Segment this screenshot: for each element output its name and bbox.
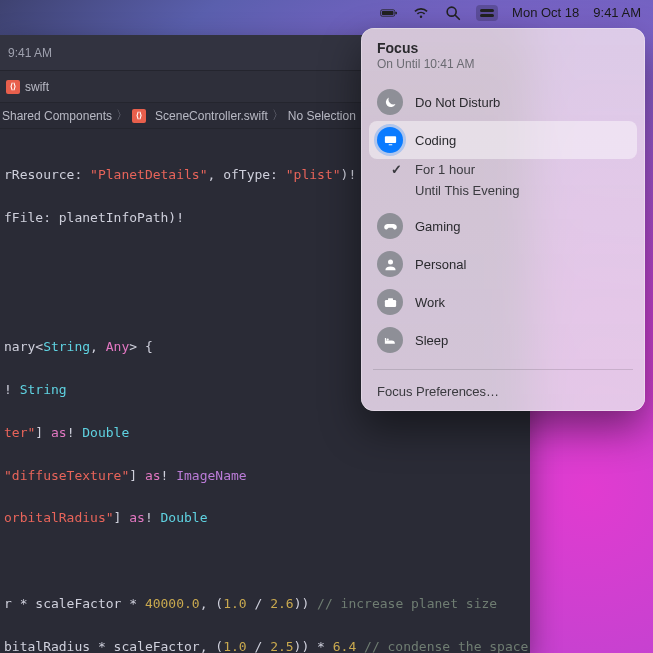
focus-title: Focus <box>377 40 629 56</box>
focus-duration-1hour[interactable]: For 1 hour <box>369 159 637 180</box>
focus-item-label: Work <box>415 295 445 310</box>
svg-line-4 <box>455 15 459 19</box>
breadcrumb-item[interactable]: SceneController.swift <box>155 109 268 123</box>
svg-point-7 <box>388 259 393 264</box>
svg-rect-1 <box>382 11 394 15</box>
menubar-date[interactable]: Mon Oct 18 <box>512 5 579 20</box>
gamepad-icon <box>377 213 403 239</box>
control-center-icon[interactable] <box>476 5 498 21</box>
svg-rect-2 <box>396 11 397 14</box>
focus-item-gaming[interactable]: Gaming <box>369 207 637 245</box>
focus-item-work[interactable]: Work <box>369 283 637 321</box>
bed-icon <box>377 327 403 353</box>
swift-file-icon <box>132 109 146 123</box>
editor-tab-label[interactable]: swift <box>25 80 49 94</box>
svg-point-10 <box>386 338 388 340</box>
focus-item-label: Gaming <box>415 219 461 234</box>
moon-icon <box>377 89 403 115</box>
focus-item-label: Sleep <box>415 333 448 348</box>
wifi-icon[interactable] <box>412 4 430 22</box>
svg-rect-9 <box>384 300 395 307</box>
toolbar-time: 9:41 AM <box>8 46 52 60</box>
breadcrumb-item[interactable]: Shared Components <box>2 109 112 123</box>
focus-item-personal[interactable]: Personal <box>369 245 637 283</box>
chevron-right-icon: 〉 <box>272 107 284 124</box>
spotlight-icon[interactable] <box>444 4 462 22</box>
swift-file-icon <box>6 80 20 94</box>
divider <box>373 369 633 370</box>
briefcase-icon <box>377 289 403 315</box>
focus-popover: Focus On Until 10:41 AM Do Not Disturb C… <box>361 28 645 411</box>
focus-preferences[interactable]: Focus Preferences… <box>361 376 645 405</box>
focus-duration-evening[interactable]: Until This Evening <box>369 180 637 201</box>
battery-icon[interactable] <box>380 4 398 22</box>
focus-item-dnd[interactable]: Do Not Disturb <box>369 83 637 121</box>
menubar-time[interactable]: 9:41 AM <box>593 5 641 20</box>
svg-rect-6 <box>388 144 392 145</box>
svg-rect-5 <box>384 136 395 143</box>
focus-subtitle: On Until 10:41 AM <box>377 57 629 71</box>
focus-item-sleep[interactable]: Sleep <box>369 321 637 359</box>
focus-item-label: Coding <box>415 133 456 148</box>
svg-rect-8 <box>388 298 393 300</box>
menu-bar: Mon Oct 18 9:41 AM <box>0 0 653 25</box>
breadcrumb-item[interactable]: No Selection <box>288 109 356 123</box>
focus-item-label: Personal <box>415 257 466 272</box>
chevron-right-icon: 〉 <box>116 107 128 124</box>
focus-item-coding[interactable]: Coding <box>369 121 637 159</box>
display-icon <box>377 127 403 153</box>
person-icon <box>377 251 403 277</box>
focus-item-label: Do Not Disturb <box>415 95 500 110</box>
